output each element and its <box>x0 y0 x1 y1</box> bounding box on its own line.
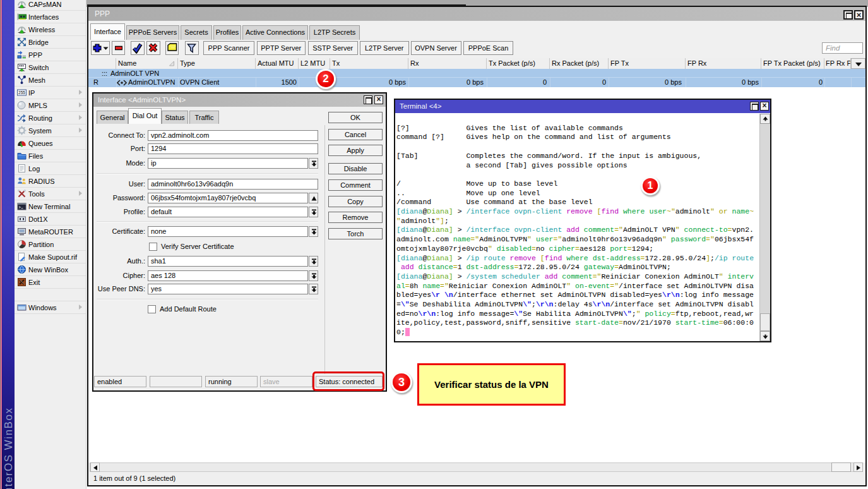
svg-text:255: 255 <box>18 90 25 95</box>
